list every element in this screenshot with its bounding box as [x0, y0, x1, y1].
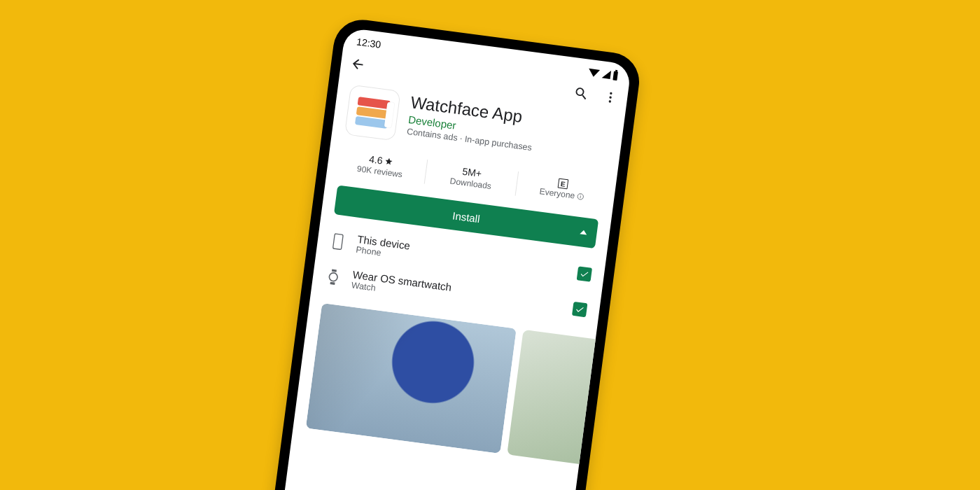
content-rating-badge: E: [558, 178, 569, 190]
svg-point-7: [329, 272, 338, 281]
status-time: 12:30: [356, 36, 382, 50]
cellular-icon: [602, 69, 611, 78]
check-icon: [574, 304, 585, 315]
battery-icon: [612, 71, 618, 80]
svg-rect-9: [330, 281, 335, 284]
star-icon: [384, 157, 393, 166]
device-checkbox[interactable]: [577, 266, 592, 281]
phone-mockup: 12:30: [255, 16, 643, 490]
svg-point-2: [608, 100, 611, 103]
more-vert-icon: [603, 90, 618, 105]
back-button[interactable]: [349, 55, 368, 74]
app-title-block: Watchface App Developer Contains ads · I…: [405, 92, 537, 159]
status-icons: [588, 67, 618, 80]
app-icon: [344, 85, 401, 141]
overflow-menu-button[interactable]: [601, 88, 620, 107]
search-icon: [573, 85, 590, 102]
svg-rect-8: [332, 269, 337, 272]
arrow-left-icon: [349, 55, 367, 73]
phone-screen: 12:30: [266, 27, 631, 490]
check-icon: [579, 268, 590, 279]
svg-rect-5: [580, 195, 581, 195]
wifi-icon: [588, 68, 600, 77]
stat-downloads[interactable]: 5M+ Downloads: [424, 160, 518, 196]
rating-value: 4.6: [368, 153, 383, 166]
search-button[interactable]: [572, 84, 591, 103]
stat-rating[interactable]: 4.6 90K reviews: [334, 148, 427, 184]
chevron-up-icon: [580, 230, 587, 234]
svg-point-0: [610, 92, 612, 95]
promo-background: 12:30: [0, 0, 980, 490]
phone-icon: [329, 232, 346, 251]
svg-point-1: [609, 96, 612, 99]
svg-rect-4: [580, 196, 580, 198]
watch-icon: [325, 267, 342, 286]
screenshot-thumbnail[interactable]: [306, 303, 517, 454]
app-icon-graphic: [355, 97, 391, 129]
svg-rect-6: [333, 233, 344, 249]
device-checkbox[interactable]: [572, 301, 587, 316]
install-label: Install: [452, 209, 481, 225]
info-icon: [576, 192, 584, 200]
stat-content-rating[interactable]: E Everyone: [515, 172, 609, 208]
